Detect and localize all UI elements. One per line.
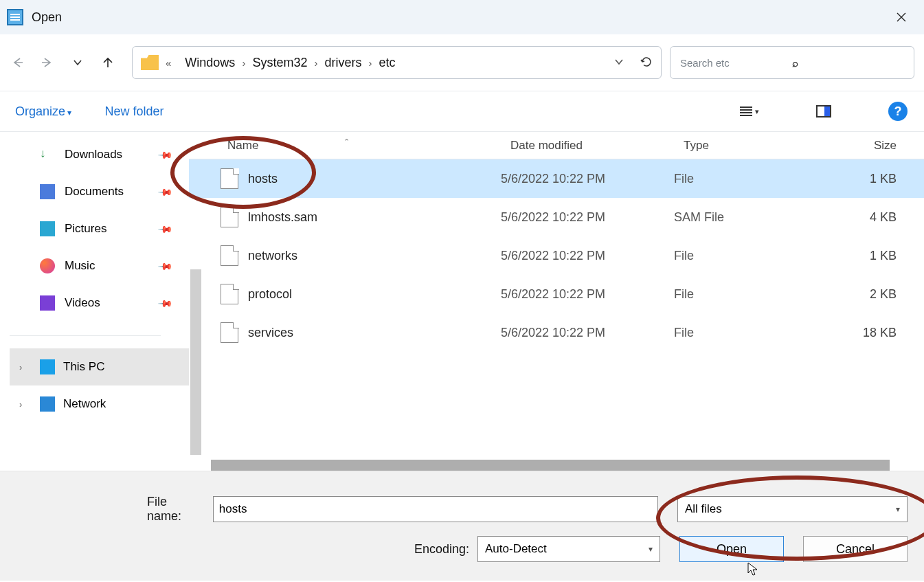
breadcrumb-item[interactable]: Windows: [178, 56, 242, 70]
file-row[interactable]: protocol5/6/2022 10:22 PMFile2 KB: [189, 275, 924, 313]
file-type: File: [674, 326, 817, 340]
breadcrumb-item[interactable]: drivers: [317, 56, 368, 70]
pin-icon: 📌: [157, 258, 173, 273]
sidebar-item-music[interactable]: Music📌: [37, 247, 189, 284]
address-bar[interactable]: « Windows › System32 › drivers › etc: [132, 46, 662, 79]
breadcrumb-item[interactable]: etc: [372, 56, 402, 70]
preview-pane-button[interactable]: [813, 105, 835, 117]
sidebar-item-label: Downloads: [65, 148, 122, 161]
open-button[interactable]: Open: [679, 536, 784, 562]
encoding-label: Encoding:: [414, 542, 469, 557]
file-type-filter[interactable]: All files ▾: [677, 496, 908, 522]
music-icon: [40, 258, 55, 273]
cancel-button[interactable]: Cancel: [803, 536, 908, 562]
file-type: SAM File: [674, 210, 817, 225]
new-folder-button[interactable]: New folder: [104, 104, 164, 119]
chevron-right-icon: ›: [19, 399, 32, 410]
sidebar-item-downloads[interactable]: ↓Downloads📌: [37, 136, 189, 173]
file-date: 5/6/2022 10:22 PM: [501, 172, 674, 186]
sidebar-item-label: Videos: [65, 296, 100, 310]
sidebar-item-pictures[interactable]: Pictures📌: [37, 210, 189, 247]
column-header-type[interactable]: Type: [674, 139, 817, 153]
title-bar: Open: [0, 0, 924, 34]
sidebar-item-label: Pictures: [65, 222, 106, 236]
recent-dropdown[interactable]: [70, 55, 85, 70]
file-size: 18 KB: [817, 326, 905, 340]
file-name: hosts: [248, 172, 278, 186]
file-list: Name⌃ Date modified Type Size hosts5/6/2…: [189, 132, 924, 471]
pin-icon: 📌: [157, 183, 173, 199]
file-type: File: [674, 249, 817, 263]
filename-label: File name:: [147, 495, 205, 524]
videos-icon: [40, 295, 55, 311]
file-icon: [221, 284, 238, 304]
chevron-down-icon: [73, 58, 82, 67]
sidebar-item-network[interactable]: ›Network: [10, 385, 189, 423]
organize-menu[interactable]: Organize: [15, 104, 71, 119]
pictures-icon: [40, 221, 55, 236]
file-date: 5/6/2022 10:22 PM: [501, 326, 674, 340]
file-size: 4 KB: [817, 210, 905, 225]
arrow-left-icon: [10, 56, 24, 69]
encoding-value: Auto-Detect: [485, 542, 649, 556]
breadcrumb-ellipsis[interactable]: «: [166, 57, 171, 69]
column-header-size[interactable]: Size: [817, 139, 905, 153]
arrow-up-icon: [101, 56, 115, 69]
download-icon: ↓: [40, 147, 55, 162]
close-button[interactable]: [886, 3, 917, 31]
file-row[interactable]: hosts5/6/2022 10:22 PMFile1 KB: [189, 159, 924, 198]
chevron-down-icon: ▾: [649, 544, 653, 554]
horizontal-scrollbar[interactable]: [211, 460, 890, 471]
sidebar-item-documents[interactable]: Documents📌: [37, 173, 189, 210]
search-icon: ⌕: [792, 57, 904, 69]
app-icon: [7, 9, 23, 25]
file-row[interactable]: networks5/6/2022 10:22 PMFile1 KB: [189, 236, 924, 275]
file-icon: [221, 245, 238, 266]
file-icon: [221, 322, 238, 343]
refresh-button[interactable]: [640, 56, 653, 70]
column-header-name[interactable]: Name⌃: [189, 139, 501, 153]
file-size: 2 KB: [817, 287, 905, 302]
back-button[interactable]: [10, 55, 25, 70]
file-name: services: [248, 326, 293, 340]
pc-icon: [40, 359, 55, 374]
file-row[interactable]: services5/6/2022 10:22 PMFile18 KB: [189, 313, 924, 352]
filename-input[interactable]: [213, 496, 658, 522]
column-header-date[interactable]: Date modified: [501, 139, 674, 153]
preview-pane-icon: [816, 105, 831, 117]
address-history-dropdown[interactable]: [614, 57, 624, 69]
sidebar-item-label: Documents: [65, 185, 124, 199]
file-name: networks: [248, 249, 297, 263]
file-size: 1 KB: [817, 172, 905, 186]
file-icon: [221, 168, 238, 189]
help-button[interactable]: ?: [887, 102, 909, 121]
pin-icon: 📌: [157, 295, 173, 311]
network-icon: [40, 396, 55, 412]
window-title: Open: [32, 10, 62, 25]
encoding-select[interactable]: Auto-Detect ▾: [477, 536, 660, 562]
nav-row: « Windows › System32 › drivers › etc Sea…: [0, 34, 924, 91]
sidebar-item-videos[interactable]: Videos📌: [37, 284, 189, 322]
list-view-icon: [740, 107, 752, 116]
sidebar-item-label: Music: [65, 259, 95, 273]
file-row[interactable]: lmhosts.sam5/6/2022 10:22 PMSAM File4 KB: [189, 198, 924, 236]
forward-button[interactable]: [40, 55, 55, 70]
arrow-right-icon: [41, 56, 54, 69]
file-type: File: [674, 287, 817, 302]
file-name: lmhosts.sam: [248, 210, 317, 225]
help-icon: ?: [888, 102, 908, 121]
breadcrumb-item[interactable]: System32: [245, 56, 314, 70]
chevron-down-icon: [614, 57, 624, 67]
file-type: File: [674, 172, 817, 186]
sidebar-item-this-pc[interactable]: ›This PC: [10, 348, 189, 385]
view-menu[interactable]: ▾: [739, 107, 760, 116]
search-input[interactable]: Search etc ⌕: [670, 46, 914, 79]
sidebar-divider: [10, 335, 161, 336]
file-date: 5/6/2022 10:22 PM: [501, 287, 674, 302]
pin-icon: 📌: [157, 146, 173, 162]
chevron-right-icon: ›: [19, 362, 32, 372]
column-headers: Name⌃ Date modified Type Size: [189, 132, 924, 159]
file-name: protocol: [248, 287, 292, 302]
up-button[interactable]: [100, 55, 115, 70]
search-placeholder: Search etc: [680, 57, 792, 69]
